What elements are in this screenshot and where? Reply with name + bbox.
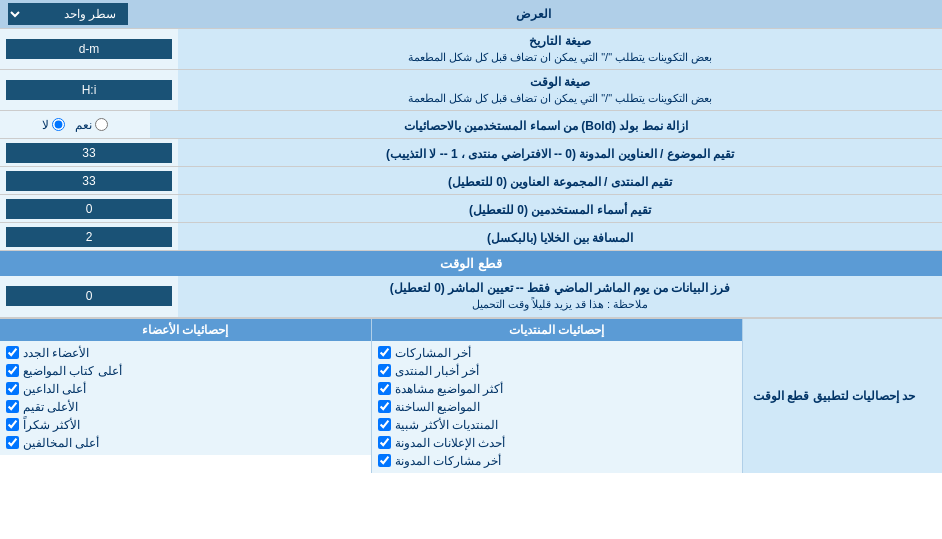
checkbox-members-5[interactable]: [6, 418, 19, 431]
time-limit-label-cell: حد إحصاليات لتطبيق قطع الوقت: [742, 319, 942, 473]
list-item: أحدث الإعلانات المدونة: [378, 434, 737, 452]
list-item: الأكثر شكراً: [6, 416, 365, 434]
rows-select[interactable]: سطر واحد سطرين ثلاثة أسطر: [8, 3, 128, 25]
list-item: أعلى كتاب المواضيع: [6, 362, 365, 380]
checkbox-forums-2[interactable]: [378, 364, 391, 377]
top-header-row: العرض سطر واحد سطرين ثلاثة أسطر: [0, 0, 942, 29]
checkbox-members-2[interactable]: [6, 364, 19, 377]
bold-radio-yes-label[interactable]: نعم: [75, 118, 108, 132]
checkbox-members-6[interactable]: [6, 436, 19, 449]
bottom-stats: حد إحصاليات لتطبيق قطع الوقت إحصائيات ال…: [0, 318, 942, 473]
bold-radio-yes[interactable]: [95, 118, 108, 131]
list-item: أخر أخبار المنتدى: [378, 362, 737, 380]
bold-remove-radio-cell: نعم لا: [0, 111, 150, 138]
rows-select-cell: سطر واحد سطرين ثلاثة أسطر: [0, 0, 136, 28]
list-item: الأعضاء الجدد: [6, 344, 365, 362]
checkbox-members-3[interactable]: [6, 382, 19, 395]
list-item: أعلى المخالفين: [6, 434, 365, 452]
list-item: المنتديات الأكثر شبية: [378, 416, 737, 434]
bold-radio-no-label[interactable]: لا: [42, 118, 65, 132]
time-cut-input[interactable]: [6, 286, 172, 306]
checkbox-members-4[interactable]: [6, 400, 19, 413]
forums-stats-col: إحصائيات المنتديات أخر المشاركات أخر أخب…: [371, 319, 743, 473]
cell-space-input[interactable]: [6, 227, 172, 247]
users-order-row: تقيم أسماء المستخدمين (0 للتعطيل): [0, 195, 942, 223]
cell-space-label: المسافة بين الخلايا (بالبكسل): [178, 223, 942, 250]
display-label: العرض: [136, 0, 942, 28]
forum-order-input[interactable]: [6, 171, 172, 191]
list-item: أخر مشاركات المدونة: [378, 452, 737, 470]
cell-space-row: المسافة بين الخلايا (بالبكسل): [0, 223, 942, 251]
members-stats-items: الأعضاء الجدد أعلى كتاب المواضيع أعلى ال…: [0, 341, 371, 455]
forum-order-label: تقيم المنتدى / المجموعة العناوين (0 للتع…: [178, 167, 942, 194]
list-item: المواضيع الساخنة: [378, 398, 737, 416]
list-item: الأعلى تقيم: [6, 398, 365, 416]
bold-remove-row: ازالة نمط بولد (Bold) من اسماء المستخدمي…: [0, 111, 942, 139]
topics-order-input-cell: [0, 139, 178, 166]
date-format-input[interactable]: [6, 39, 172, 59]
members-stats-header: إحصائيات الأعضاء: [0, 319, 371, 341]
forums-stats-header: إحصائيات المنتديات: [372, 319, 743, 341]
time-format-label: صيغة الوقت بعض التكوينات يتطلب "/" التي …: [178, 70, 942, 110]
list-item: أعلى الداعين: [6, 380, 365, 398]
bold-remove-label: ازالة نمط بولد (Bold) من اسماء المستخدمي…: [150, 111, 942, 138]
checkbox-forums-3[interactable]: [378, 382, 391, 395]
members-stats-col: إحصائيات الأعضاء الأعضاء الجدد أعلى كتاب…: [0, 319, 371, 473]
checkbox-forums-5[interactable]: [378, 418, 391, 431]
time-format-row: صيغة الوقت بعض التكوينات يتطلب "/" التي …: [0, 70, 942, 111]
time-cut-row: فرز البيانات من يوم الماشر الماضي فقط --…: [0, 276, 942, 317]
checkbox-forums-1[interactable]: [378, 346, 391, 359]
users-order-label: تقيم أسماء المستخدمين (0 للتعطيل): [178, 195, 942, 222]
main-container: العرض سطر واحد سطرين ثلاثة أسطر صيغة الت…: [0, 0, 942, 473]
topics-order-input[interactable]: [6, 143, 172, 163]
list-item: أكثر المواضيع مشاهدة: [378, 380, 737, 398]
forums-stats-items: أخر المشاركات أخر أخبار المنتدى أكثر الم…: [372, 341, 743, 473]
time-cut-input-cell: [0, 276, 178, 316]
list-item: أخر المشاركات: [378, 344, 737, 362]
users-order-input-cell: [0, 195, 178, 222]
date-format-input-cell: [0, 29, 178, 69]
date-format-label: صيغة التاريخ بعض التكوينات يتطلب "/" الت…: [178, 29, 942, 69]
time-format-input-cell: [0, 70, 178, 110]
topics-order-label: تقيم الموضوع / العناوين المدونة (0 -- ال…: [178, 139, 942, 166]
bold-radio-no[interactable]: [52, 118, 65, 131]
time-format-input[interactable]: [6, 80, 172, 100]
checkbox-forums-7[interactable]: [378, 454, 391, 467]
date-format-row: صيغة التاريخ بعض التكوينات يتطلب "/" الت…: [0, 29, 942, 70]
checkbox-forums-4[interactable]: [378, 400, 391, 413]
checkbox-members-1[interactable]: [6, 346, 19, 359]
checkbox-forums-6[interactable]: [378, 436, 391, 449]
users-order-input[interactable]: [6, 199, 172, 219]
time-cut-section-header: قطع الوقت: [0, 251, 942, 276]
forum-order-row: تقيم المنتدى / المجموعة العناوين (0 للتع…: [0, 167, 942, 195]
topics-order-row: تقيم الموضوع / العناوين المدونة (0 -- ال…: [0, 139, 942, 167]
cell-space-input-cell: [0, 223, 178, 250]
forum-order-input-cell: [0, 167, 178, 194]
time-cut-label: فرز البيانات من يوم الماشر الماضي فقط --…: [178, 276, 942, 316]
